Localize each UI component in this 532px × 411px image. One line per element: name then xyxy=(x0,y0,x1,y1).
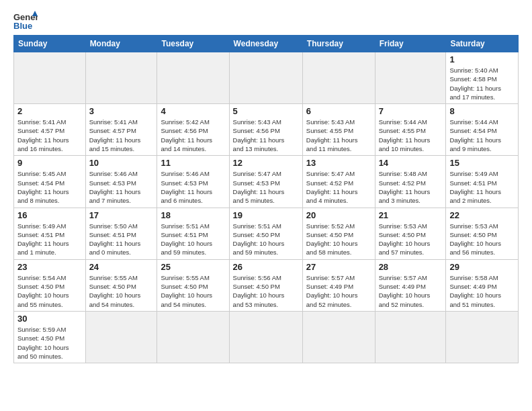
day-info: Sunrise: 5:50 AMSunset: 4:51 PMDaylight:… xyxy=(89,222,154,257)
day-cell: 25Sunrise: 5:55 AMSunset: 4:50 PMDayligh… xyxy=(157,259,229,311)
day-info: Sunrise: 5:45 AMSunset: 4:54 PMDaylight:… xyxy=(17,169,82,205)
week-row-3: 9Sunrise: 5:45 AMSunset: 4:54 PMDaylight… xyxy=(14,156,519,208)
day-cell: 22Sunrise: 5:53 AMSunset: 4:50 PMDayligh… xyxy=(446,208,519,259)
day-number: 24 xyxy=(89,262,154,272)
day-cell: 6Sunrise: 5:43 AMSunset: 4:55 PMDaylight… xyxy=(302,104,375,156)
day-info: Sunrise: 5:46 AMSunset: 4:53 PMDaylight:… xyxy=(89,169,154,205)
day-info: Sunrise: 5:59 AMSunset: 4:50 PMDaylight:… xyxy=(17,325,82,361)
day-cell: 11Sunrise: 5:46 AMSunset: 4:53 PMDayligh… xyxy=(157,156,229,208)
day-info: Sunrise: 5:47 AMSunset: 4:53 PMDaylight:… xyxy=(233,169,299,205)
day-cell xyxy=(85,52,157,104)
day-number: 17 xyxy=(89,210,154,220)
weekday-header-sunday: Sunday xyxy=(14,36,86,52)
day-cell xyxy=(375,311,446,363)
day-cell: 13Sunrise: 5:47 AMSunset: 4:52 PMDayligh… xyxy=(302,156,375,208)
day-info: Sunrise: 5:46 AMSunset: 4:53 PMDaylight:… xyxy=(161,169,225,205)
day-info: Sunrise: 5:41 AMSunset: 4:57 PMDaylight:… xyxy=(89,118,154,153)
day-number: 3 xyxy=(89,106,154,116)
day-cell xyxy=(229,52,302,104)
day-cell: 8Sunrise: 5:44 AMSunset: 4:54 PMDaylight… xyxy=(446,104,519,156)
day-info: Sunrise: 5:40 AMSunset: 4:58 PMDaylight:… xyxy=(449,66,515,101)
day-info: Sunrise: 5:52 AMSunset: 4:50 PMDaylight:… xyxy=(306,222,371,257)
day-info: Sunrise: 5:53 AMSunset: 4:50 PMDaylight:… xyxy=(449,222,515,257)
day-number: 10 xyxy=(89,158,154,168)
day-info: Sunrise: 5:49 AMSunset: 4:51 PMDaylight:… xyxy=(449,169,515,205)
day-number: 14 xyxy=(379,158,443,168)
day-info: Sunrise: 5:54 AMSunset: 4:50 PMDaylight:… xyxy=(17,273,82,309)
day-number: 15 xyxy=(449,158,515,168)
day-number: 7 xyxy=(379,106,443,116)
day-cell xyxy=(302,52,375,104)
day-cell: 26Sunrise: 5:56 AMSunset: 4:50 PMDayligh… xyxy=(229,259,302,311)
day-number: 28 xyxy=(379,262,443,272)
day-cell: 12Sunrise: 5:47 AMSunset: 4:53 PMDayligh… xyxy=(229,156,302,208)
day-cell: 17Sunrise: 5:50 AMSunset: 4:51 PMDayligh… xyxy=(85,208,157,259)
day-number: 23 xyxy=(17,262,82,272)
weekday-header-wednesday: Wednesday xyxy=(229,36,302,52)
day-cell: 21Sunrise: 5:53 AMSunset: 4:50 PMDayligh… xyxy=(375,208,446,259)
week-row-2: 2Sunrise: 5:41 AMSunset: 4:57 PMDaylight… xyxy=(14,104,519,156)
day-number: 1 xyxy=(449,54,515,64)
day-number: 5 xyxy=(233,106,299,116)
day-number: 4 xyxy=(161,106,225,116)
weekday-header-tuesday: Tuesday xyxy=(157,36,229,52)
day-cell: 1Sunrise: 5:40 AMSunset: 4:58 PMDaylight… xyxy=(446,52,519,104)
day-number: 29 xyxy=(449,262,515,272)
day-cell: 9Sunrise: 5:45 AMSunset: 4:54 PMDaylight… xyxy=(14,156,86,208)
day-cell xyxy=(14,52,86,104)
header: General Blue xyxy=(13,11,519,31)
day-number: 19 xyxy=(233,210,299,220)
day-cell xyxy=(85,311,157,363)
day-cell: 20Sunrise: 5:52 AMSunset: 4:50 PMDayligh… xyxy=(302,208,375,259)
day-info: Sunrise: 5:51 AMSunset: 4:51 PMDaylight:… xyxy=(161,222,225,257)
day-cell: 15Sunrise: 5:49 AMSunset: 4:51 PMDayligh… xyxy=(446,156,519,208)
day-cell: 24Sunrise: 5:55 AMSunset: 4:50 PMDayligh… xyxy=(85,259,157,311)
day-number: 9 xyxy=(17,158,82,168)
day-info: Sunrise: 5:57 AMSunset: 4:49 PMDaylight:… xyxy=(306,273,371,309)
day-info: Sunrise: 5:56 AMSunset: 4:50 PMDaylight:… xyxy=(233,273,299,309)
day-number: 22 xyxy=(449,210,515,220)
day-info: Sunrise: 5:44 AMSunset: 4:54 PMDaylight:… xyxy=(449,118,515,153)
day-number: 11 xyxy=(161,158,225,168)
day-info: Sunrise: 5:43 AMSunset: 4:55 PMDaylight:… xyxy=(306,118,371,153)
day-info: Sunrise: 5:43 AMSunset: 4:56 PMDaylight:… xyxy=(233,118,299,153)
day-info: Sunrise: 5:58 AMSunset: 4:49 PMDaylight:… xyxy=(449,273,515,309)
day-info: Sunrise: 5:51 AMSunset: 4:50 PMDaylight:… xyxy=(233,222,299,257)
day-info: Sunrise: 5:44 AMSunset: 4:55 PMDaylight:… xyxy=(379,118,443,153)
day-cell: 14Sunrise: 5:48 AMSunset: 4:52 PMDayligh… xyxy=(375,156,446,208)
weekday-header-monday: Monday xyxy=(85,36,157,52)
day-info: Sunrise: 5:41 AMSunset: 4:57 PMDaylight:… xyxy=(17,118,82,153)
day-number: 12 xyxy=(233,158,299,168)
day-cell xyxy=(229,311,302,363)
day-number: 6 xyxy=(306,106,371,116)
day-number: 20 xyxy=(306,210,371,220)
day-cell: 27Sunrise: 5:57 AMSunset: 4:49 PMDayligh… xyxy=(302,259,375,311)
logo: General Blue xyxy=(13,11,38,31)
day-number: 2 xyxy=(17,106,82,116)
day-number: 26 xyxy=(233,262,299,272)
day-cell: 18Sunrise: 5:51 AMSunset: 4:51 PMDayligh… xyxy=(157,208,229,259)
day-info: Sunrise: 5:49 AMSunset: 4:51 PMDaylight:… xyxy=(17,222,82,257)
day-cell xyxy=(446,311,519,363)
day-info: Sunrise: 5:47 AMSunset: 4:52 PMDaylight:… xyxy=(306,169,371,205)
day-info: Sunrise: 5:55 AMSunset: 4:50 PMDaylight:… xyxy=(89,273,154,309)
day-number: 13 xyxy=(306,158,371,168)
weekday-header-saturday: Saturday xyxy=(446,36,519,52)
day-cell: 23Sunrise: 5:54 AMSunset: 4:50 PMDayligh… xyxy=(14,259,86,311)
calendar-page: General Blue SundayMondayTuesdayWednesda… xyxy=(0,0,532,411)
week-row-5: 23Sunrise: 5:54 AMSunset: 4:50 PMDayligh… xyxy=(14,259,519,311)
day-number: 16 xyxy=(17,210,82,220)
day-info: Sunrise: 5:53 AMSunset: 4:50 PMDaylight:… xyxy=(379,222,443,257)
day-cell: 10Sunrise: 5:46 AMSunset: 4:53 PMDayligh… xyxy=(85,156,157,208)
day-info: Sunrise: 5:57 AMSunset: 4:49 PMDaylight:… xyxy=(379,273,443,309)
svg-text:Blue: Blue xyxy=(13,21,32,31)
day-number: 8 xyxy=(449,106,515,116)
day-cell xyxy=(375,52,446,104)
day-cell xyxy=(157,52,229,104)
day-cell: 29Sunrise: 5:58 AMSunset: 4:49 PMDayligh… xyxy=(446,259,519,311)
day-cell xyxy=(157,311,229,363)
weekday-header-row: SundayMondayTuesdayWednesdayThursdayFrid… xyxy=(14,36,519,52)
day-cell: 7Sunrise: 5:44 AMSunset: 4:55 PMDaylight… xyxy=(375,104,446,156)
day-cell xyxy=(302,311,375,363)
weekday-header-friday: Friday xyxy=(375,36,446,52)
